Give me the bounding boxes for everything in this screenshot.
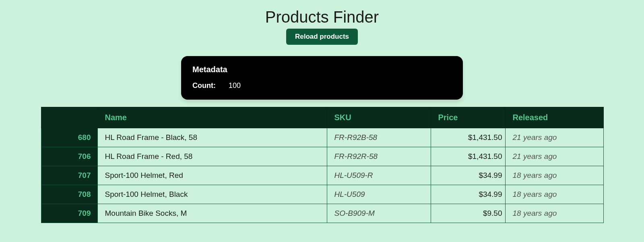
page-title: Products Finder [265,8,379,26]
cell-price: $9.50 [431,204,505,223]
cell-price: $34.99 [431,166,505,185]
table-header-row: Name SKU Price Released [41,107,603,128]
cell-sku: SO-B909-M [327,204,431,223]
cell-id: 707 [41,166,97,185]
metadata-heading: Metadata [192,65,452,74]
col-header-price: Price [431,107,505,128]
cell-name: Mountain Bike Socks, M [97,204,327,223]
cell-price: $1,431.50 [431,128,505,147]
cell-id: 706 [41,147,97,166]
table-row: 680 HL Road Frame - Black, 58 FR-R92B-58… [41,128,603,147]
table-row: 708 Sport-100 Helmet, Black HL-U509 $34.… [41,185,603,204]
cell-released: 21 years ago [505,128,603,147]
cell-name: HL Road Frame - Black, 58 [97,128,327,147]
cell-price: $34.99 [431,185,505,204]
cell-name: Sport-100 Helmet, Black [97,185,327,204]
cell-name: Sport-100 Helmet, Red [97,166,327,185]
cell-sku: FR-R92B-58 [327,128,431,147]
metadata-count-value: 100 [229,81,241,90]
products-table: Name SKU Price Released 680 HL Road Fram… [41,107,604,223]
cell-id: 708 [41,185,97,204]
metadata-count-label: Count: [192,81,216,90]
cell-released: 18 years ago [505,185,603,204]
table-row: 707 Sport-100 Helmet, Red HL-U509-R $34.… [41,166,603,185]
cell-name: HL Road Frame - Red, 58 [97,147,327,166]
cell-sku: HL-U509-R [327,166,431,185]
col-header-released: Released [505,107,603,128]
col-header-name: Name [97,107,327,128]
cell-released: 18 years ago [505,166,603,185]
cell-price: $1,431.50 [431,147,505,166]
cell-released: 21 years ago [505,147,603,166]
cell-id: 709 [41,204,97,223]
table-row: 709 Mountain Bike Socks, M SO-B909-M $9.… [41,204,603,223]
cell-sku: HL-U509 [327,185,431,204]
col-header-sku: SKU [327,107,431,128]
cell-sku: FR-R92R-58 [327,147,431,166]
col-header-id [41,107,97,128]
cell-released: 18 years ago [505,204,603,223]
metadata-panel: Metadata Count: 100 [181,56,463,100]
table-row: 706 HL Road Frame - Red, 58 FR-R92R-58 $… [41,147,603,166]
reload-products-button[interactable]: Reload products [286,29,358,45]
cell-id: 680 [41,128,97,147]
